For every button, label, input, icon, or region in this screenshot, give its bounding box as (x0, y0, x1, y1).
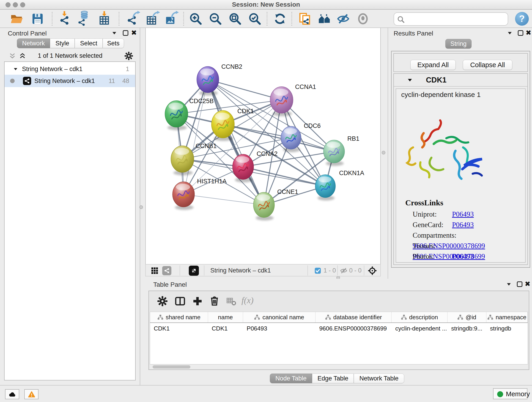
column-header-namespace[interactable]: namespace (486, 312, 528, 322)
trash-icon[interactable] (209, 296, 220, 307)
string-home-button[interactable] (317, 12, 332, 27)
column-header-shared-name[interactable]: shared name (150, 312, 208, 322)
tab-node-table[interactable]: Node Table (270, 374, 312, 383)
panel-close-button[interactable]: ✖ (526, 30, 531, 36)
node-label-CCNA1: CCNA1 (295, 83, 316, 90)
tab-edge-table[interactable]: Edge Table (312, 374, 354, 383)
import-network-button[interactable] (57, 12, 72, 27)
split-columns-icon[interactable] (175, 296, 186, 307)
export-network-button[interactable] (125, 12, 140, 27)
window-title: Session: New Session (0, 0, 532, 10)
zoom-in-button[interactable] (188, 12, 203, 27)
network-node-HIST1H1A[interactable] (172, 182, 195, 210)
gear-icon[interactable] (124, 51, 133, 61)
crosslink-row: Pharos:P06493 (413, 251, 523, 262)
edge-CCNB2-HIST1H1A[interactable] (184, 80, 208, 194)
hide-selected-button[interactable] (336, 12, 351, 27)
tab-string[interactable]: String (445, 39, 472, 49)
column-header-name[interactable]: name (208, 312, 243, 322)
panel-float-button[interactable] (517, 281, 522, 287)
panel-menu-icon[interactable] (506, 281, 512, 287)
network-node-CCNA1[interactable] (270, 87, 293, 116)
edge-CCNA2-CDKN1A[interactable] (243, 167, 325, 186)
table-panel: Table Panel ✖ f(x) shared namenamecanoni… (145, 279, 532, 385)
column-header-canonical-name[interactable]: canonical name (243, 312, 316, 322)
table-row[interactable]: CDK1CDK1P064939606.ENSP00000378699cyclin… (150, 323, 528, 334)
search-input[interactable] (407, 14, 505, 24)
expand-all-button[interactable]: Expand All (410, 60, 456, 70)
import-database-button[interactable] (77, 12, 92, 27)
export-table-button[interactable] (144, 12, 159, 27)
network-node-CCNB1[interactable] (171, 146, 194, 175)
add-column-icon[interactable] (192, 296, 203, 307)
open-in-new-window-button[interactable] (189, 266, 199, 276)
save-session-button[interactable] (30, 12, 45, 27)
clone-network-button[interactable] (298, 12, 312, 27)
crosslink-link[interactable]: P06493 (452, 252, 474, 260)
panel-menu-icon[interactable] (507, 30, 513, 36)
panel-close-button[interactable]: ✖ (131, 30, 137, 36)
documents-network-icon (298, 12, 311, 25)
crosslink-link[interactable]: P06493 (452, 221, 474, 229)
panel-float-button[interactable] (518, 30, 523, 36)
warnings-button[interactable] (24, 389, 38, 399)
right-splitter-handle[interactable] (382, 151, 385, 154)
node-table: shared namenamecanonical namedatabase id… (150, 312, 528, 364)
cloud-status-button[interactable] (5, 389, 19, 399)
hidden-eye-slash-icon[interactable] (340, 267, 347, 274)
crosslink-row: GeneCard:P06493 (413, 220, 523, 230)
memory-button[interactable]: Memory (493, 388, 527, 399)
birdseye-crosshair-icon[interactable] (367, 266, 377, 275)
help-button[interactable]: ? (515, 12, 529, 26)
zoom-selected-button[interactable] (247, 12, 263, 27)
scrollbar-thumb[interactable] (152, 365, 190, 369)
show-all-button[interactable] (355, 12, 371, 27)
crosslink-row: Compartments:9606.ENSP00000378699 (413, 230, 523, 241)
entry-body: cyclin-dependent kinase 1 (396, 89, 526, 263)
crosslink-link[interactable]: P06493 (452, 210, 474, 218)
entry-expander-icon[interactable] (407, 77, 413, 83)
collapse-all-button[interactable]: Collapse All (463, 60, 512, 70)
tab-style[interactable]: Style (50, 38, 75, 48)
edge-CCNB2-CCNE1[interactable] (208, 80, 264, 205)
column-header-description[interactable]: description (392, 312, 447, 322)
refresh-layout-button[interactable] (273, 12, 288, 27)
network-node-CCNE1[interactable] (253, 192, 274, 220)
string-network-icon (23, 77, 31, 85)
tab-sets[interactable]: Sets (103, 38, 124, 48)
horizontal-scrollbar[interactable] (150, 365, 528, 369)
column-header--id[interactable]: @id (447, 312, 486, 322)
network-row-selected[interactable]: String Network – cdk1 11 48 (5, 75, 135, 87)
zoom-out-button[interactable] (208, 12, 223, 27)
tree-expander-icon[interactable] (13, 66, 18, 72)
network-view-title: String Network – cdk1 (210, 264, 271, 276)
column-header-database-identifier[interactable]: database identifier (316, 312, 392, 322)
crosslink-label: Tissues: (413, 241, 452, 251)
gear-icon[interactable] (157, 296, 168, 307)
grid-view-icon[interactable] (151, 267, 158, 274)
tab-network-table[interactable]: Network Table (354, 374, 404, 383)
table-cell: cyclin-dependent ... (392, 323, 447, 334)
network-node-CDC25B[interactable] (165, 101, 188, 130)
network-collection-row[interactable]: String Network – cdk1 1 (5, 64, 135, 74)
network-canvas[interactable]: CCNB2CCNA1CDC25BCDK1CDC6RB1CCNB1CCNA2CDK… (145, 28, 381, 264)
network-tree: String Network – cdk1 1 String Network –… (4, 61, 136, 380)
open-session-button[interactable] (9, 12, 24, 27)
panel-close-button[interactable]: ✖ (525, 281, 530, 287)
network-node-RB1[interactable] (323, 140, 345, 166)
zoom-fit-button[interactable] (228, 12, 243, 27)
edge-HIST1H1A-CCNE1[interactable] (184, 194, 264, 205)
panel-menu-icon[interactable] (111, 30, 117, 36)
export-image-button[interactable] (163, 12, 178, 27)
network-thumbnail-icon[interactable] (162, 266, 171, 275)
panel-float-button[interactable] (123, 30, 128, 36)
tab-network[interactable]: Network (17, 38, 50, 48)
network-node-CCNB2[interactable] (197, 66, 219, 96)
tab-select[interactable]: Select (75, 38, 103, 48)
network-status-dot (10, 79, 15, 83)
import-table-button[interactable] (97, 12, 112, 27)
entry-header[interactable]: CDK1 (394, 74, 527, 87)
network-node-CDKN1A[interactable] (315, 175, 336, 201)
selected-checkbox-icon[interactable] (314, 267, 321, 274)
left-splitter-handle[interactable] (139, 205, 143, 209)
